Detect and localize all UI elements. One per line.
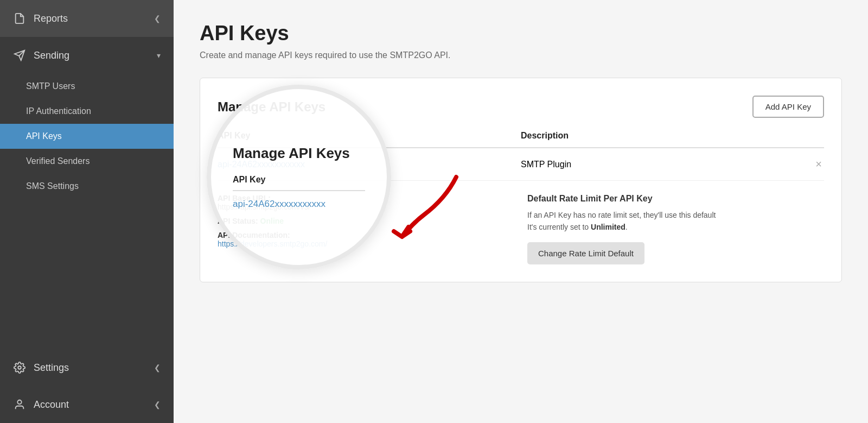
- card-header: Manage API Keys Add API Key: [218, 96, 824, 118]
- docs-link[interactable]: https://developers.smtp2go.com/: [218, 239, 327, 248]
- chevron-left-icon: ❮: [154, 363, 161, 372]
- sidebar-item-verified-senders[interactable]: Verified Senders: [0, 149, 174, 174]
- content-wrapper: Manage API Keys Add API Key API Key Desc…: [218, 96, 824, 181]
- docs-label: API Documentation:: [218, 231, 290, 239]
- settings-icon: [13, 361, 26, 374]
- page-title: API Keys: [200, 22, 842, 45]
- card-title: Manage API Keys: [218, 99, 326, 115]
- sidebar-item-smtp-users[interactable]: SMTP Users: [0, 74, 174, 99]
- col-header-api-key: API Key: [218, 131, 521, 141]
- api-keys-card: Manage API Keys Add API Key API Key Desc…: [200, 78, 842, 282]
- send-icon: [13, 49, 26, 62]
- connection-info: API Base URL: https://api.smtp2go.com/v3…: [218, 194, 514, 264]
- status-value: Online: [260, 217, 284, 225]
- status-label: API Status:: [218, 217, 258, 225]
- rate-limit-value: Unlimited: [591, 223, 626, 231]
- base-url-label: API Base URL:: [218, 194, 271, 203]
- change-rate-limit-button[interactable]: Change Rate Limit Default: [527, 242, 644, 264]
- document-icon: [13, 12, 26, 25]
- base-url-value: https://api.smtp2go.com/v3/: [218, 203, 310, 211]
- table-row: api-24A62xxxxxxxxxxx SMTP Plugin ×: [218, 148, 824, 181]
- close-row-button[interactable]: ×: [813, 158, 824, 171]
- sidebar-item-reports[interactable]: Reports ❮: [0, 0, 174, 37]
- main-content: API Keys Create and manage API keys requ…: [174, 0, 868, 423]
- chevron-down-icon: ▾: [157, 51, 161, 60]
- sidebar-item-account[interactable]: Account ❮: [0, 386, 174, 423]
- table-header: API Key Description: [218, 131, 824, 148]
- sidebar-item-label: Settings: [34, 362, 69, 374]
- add-api-key-button[interactable]: Add API Key: [752, 96, 824, 118]
- account-icon: [13, 398, 26, 411]
- col-header-description: Description: [521, 131, 824, 141]
- sidebar-item-api-keys[interactable]: API Keys: [0, 124, 174, 149]
- sidebar-item-sms-settings[interactable]: SMS Settings: [0, 174, 174, 199]
- api-key-link[interactable]: api-24A62xxxxxxxxxxx: [218, 160, 305, 169]
- svg-point-2: [18, 366, 21, 369]
- sidebar-item-label: Sending: [34, 50, 69, 61]
- sidebar-item-label: Account: [34, 399, 69, 411]
- rate-limit-desc: If an API Key has no rate limit set, the…: [527, 209, 824, 233]
- description-cell: SMTP Plugin ×: [521, 158, 824, 171]
- rate-limit-box: Default Rate Limit Per API Key If an API…: [527, 194, 824, 264]
- sidebar-item-settings[interactable]: Settings ❮: [0, 349, 174, 386]
- sidebar-item-ip-authentication[interactable]: IP Authentication: [0, 99, 174, 124]
- bottom-section: API Base URL: https://api.smtp2go.com/v3…: [218, 194, 824, 264]
- chevron-left-icon: ❮: [154, 400, 161, 409]
- page-subtitle: Create and manage API keys required to u…: [200, 50, 842, 60]
- api-key-cell: api-24A62xxxxxxxxxxx: [218, 160, 521, 169]
- description-text: SMTP Plugin: [521, 160, 571, 169]
- sidebar-item-sending[interactable]: Sending ▾: [0, 37, 174, 74]
- chevron-left-icon: ❮: [154, 14, 161, 23]
- rate-limit-title: Default Rate Limit Per API Key: [527, 194, 824, 204]
- sidebar-item-label: Reports: [34, 13, 68, 24]
- sidebar: Reports ❮ Sending ▾ SMTP Users IP Authen…: [0, 0, 174, 423]
- svg-point-3: [17, 400, 21, 404]
- sending-submenu: SMTP Users IP Authentication API Keys Ve…: [0, 74, 174, 199]
